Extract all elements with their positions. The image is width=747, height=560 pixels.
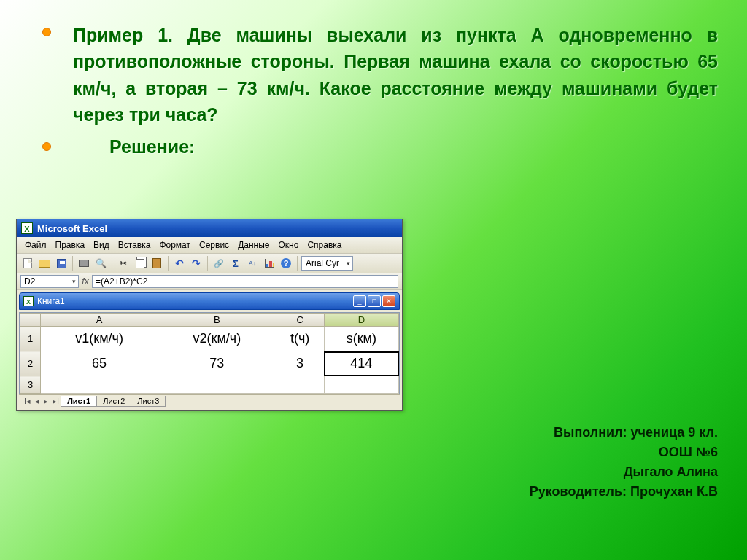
chart-button[interactable]	[262, 256, 276, 271]
menu-bar: Файл Правка Вид Вставка Формат Сервис Да…	[17, 237, 402, 254]
sheet-tab-1[interactable]: Лист1	[61, 396, 97, 407]
tab-nav-last[interactable]: ▸I	[50, 397, 61, 406]
workbook-titlebar[interactable]: X Книга1 _ □ ✕	[19, 292, 400, 310]
cell[interactable]: v1(км/ч)	[41, 327, 158, 351]
app-titlebar[interactable]: X Microsoft Excel	[17, 219, 402, 237]
col-header-D[interactable]: D	[324, 314, 398, 327]
tab-nav-prev[interactable]: ◂	[33, 397, 42, 406]
excel-window: X Microsoft Excel Файл Правка Вид Вставк…	[16, 219, 403, 411]
col-header-C[interactable]: C	[276, 314, 324, 327]
menu-help[interactable]: Справка	[303, 238, 345, 252]
col-header-B[interactable]: B	[158, 314, 276, 327]
preview-button[interactable]	[93, 256, 108, 271]
cell[interactable]: 65	[41, 351, 158, 376]
menu-format[interactable]: Формат	[155, 238, 194, 252]
undo-button[interactable]	[172, 256, 187, 271]
row-header-1[interactable]: 1	[20, 327, 41, 351]
redo-button[interactable]	[189, 256, 204, 271]
font-selector[interactable]: Arial Cyr	[301, 256, 353, 271]
copy-button[interactable]	[133, 256, 147, 271]
sheet-tab-2[interactable]: Лист2	[96, 396, 131, 407]
open-button[interactable]	[37, 256, 52, 271]
cell[interactable]	[324, 376, 398, 394]
minimize-button[interactable]: _	[353, 295, 366, 307]
cell[interactable]: s(км)	[324, 327, 398, 351]
hyperlink-button[interactable]	[212, 256, 226, 271]
save-icon	[57, 259, 66, 268]
sheet-tab-3[interactable]: Лист3	[131, 396, 166, 407]
table-row: 3	[20, 376, 399, 394]
open-icon	[39, 260, 50, 268]
workbook-title: Книга1	[37, 296, 65, 306]
menu-edit[interactable]: Правка	[52, 238, 89, 252]
formula-bar: D2 fx =(A2+B2)*C2	[17, 273, 402, 290]
save-button[interactable]	[54, 256, 69, 271]
copy-icon	[136, 259, 144, 268]
cell[interactable]	[158, 376, 276, 394]
help-icon: ?	[281, 258, 291, 268]
print-button[interactable]	[77, 256, 91, 271]
sort-button[interactable]	[245, 256, 260, 271]
bullet-icon	[42, 142, 51, 151]
bullet-icon	[42, 28, 51, 36]
credit-line: Дыгало Алина	[530, 462, 718, 482]
cell[interactable]: t(ч)	[276, 327, 324, 351]
cell[interactable]	[41, 376, 158, 394]
print-icon	[79, 260, 89, 267]
select-all-corner[interactable]	[20, 314, 41, 327]
workbook-icon: X	[23, 296, 34, 306]
spreadsheet-grid[interactable]: A B C D 1 v1(км/ч) v2(км/ч) t(ч) s(км) 2…	[19, 312, 400, 394]
new-icon	[23, 258, 32, 268]
formula-input[interactable]: =(A2+B2)*C2	[92, 275, 398, 288]
standard-toolbar: ? Arial Cyr	[17, 254, 402, 273]
menu-insert[interactable]: Вставка	[115, 238, 155, 252]
problem-statement: Пример 1. Две машины выехали из пункта А…	[73, 22, 718, 128]
app-title: Microsoft Excel	[37, 223, 107, 234]
autosum-button[interactable]	[228, 256, 243, 271]
cell[interactable]	[276, 376, 324, 394]
menu-file[interactable]: Файл	[21, 238, 50, 252]
menu-data[interactable]: Данные	[234, 238, 273, 252]
menu-view[interactable]: Вид	[90, 238, 113, 252]
paste-button[interactable]	[150, 256, 164, 271]
cell[interactable]: v2(км/ч)	[158, 327, 276, 351]
active-cell[interactable]: 414	[324, 351, 398, 376]
solution-label: Решение:	[73, 136, 718, 158]
maximize-button[interactable]: □	[368, 295, 381, 307]
close-button[interactable]: ✕	[382, 295, 395, 307]
row-header-2[interactable]: 2	[20, 351, 41, 376]
help-button[interactable]: ?	[279, 256, 293, 271]
name-box[interactable]: D2	[20, 275, 79, 288]
chart-icon	[265, 259, 274, 268]
new-button[interactable]	[20, 256, 35, 271]
cut-button[interactable]	[116, 256, 131, 271]
row-header-3[interactable]: 3	[20, 376, 41, 394]
credit-line: ООШ №6	[530, 443, 718, 462]
table-row: 2 65 73 3 414	[20, 351, 399, 376]
fx-button[interactable]: fx	[79, 276, 92, 287]
sheet-tabs: I◂ ◂ ▸ ▸I Лист1 Лист2 Лист3	[19, 394, 400, 408]
cell[interactable]: 3	[276, 351, 324, 376]
col-header-A[interactable]: A	[41, 314, 158, 327]
menu-window[interactable]: Окно	[274, 238, 302, 252]
menu-tools[interactable]: Сервис	[196, 238, 233, 252]
credits-block: Выполнил: ученица 9 кл. ООШ №6 Дыгало Ал…	[530, 423, 718, 502]
credit-line: Руководитель: Прочухан К.В	[530, 482, 718, 502]
tab-nav-first[interactable]: I◂	[22, 397, 33, 406]
credit-line: Выполнил: ученица 9 кл.	[530, 423, 718, 443]
tab-nav-next[interactable]: ▸	[42, 397, 50, 406]
table-row: 1 v1(км/ч) v2(км/ч) t(ч) s(км)	[20, 327, 399, 351]
paste-icon	[152, 258, 161, 268]
excel-icon: X	[21, 222, 33, 234]
cell[interactable]: 73	[158, 351, 276, 376]
